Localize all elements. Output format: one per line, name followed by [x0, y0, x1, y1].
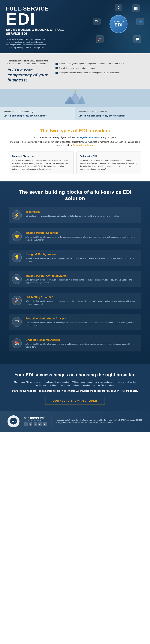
success-title: Your EDI success hinges on choosing the …: [12, 372, 138, 378]
proactive-monitoring-title: Proactive Monitoring & Analysis: [25, 317, 138, 320]
full-service-link[interactable]: full-service solution: [73, 144, 93, 146]
hero-subtitle: SEVEN BUILDING BLOCKS OF FULL-SERVICE ED…: [6, 28, 69, 36]
trading-partner-expertise-title: Trading Partner Expertise: [25, 231, 138, 234]
footer-logo-text: SPS: [10, 417, 17, 426]
core-right: Does EDI give your company a competitive…: [55, 60, 143, 76]
ongoing-resource-content: Ongoing Resource Access A full-service E…: [25, 338, 138, 348]
trading-partner-comm-icon: 📡: [12, 274, 22, 284]
trading-partner-expertise-content: Trading Partner Expertise A full-service…: [25, 231, 138, 242]
social-youtube[interactable]: ▶: [43, 422, 47, 426]
footer-brand-tagline: INFINITE RETAIL POWER™: [24, 420, 47, 421]
edi-center-badge: FULL-SERVICE EDI: [110, 15, 128, 33]
two-types-boxes: Managed EDI service A managed EDI servic…: [9, 152, 141, 174]
block-item-trading-partner-comm: 📡 Trading Partner Communication A full-s…: [9, 271, 141, 287]
proactive-monitoring-desc: A full-service EDI provider proactively …: [25, 322, 138, 327]
full-service-edi-title: Full-service EDI: [80, 155, 138, 158]
orbit-icon-rocket: 🚀: [96, 35, 104, 43]
block-item-proactive-monitoring: 🛡 Proactive Monitoring & Analysis A full…: [9, 314, 141, 330]
edi-testing-title: EDI Testing & Launch: [25, 296, 138, 299]
ongoing-resource-title: Ongoing Resource Access: [25, 338, 138, 342]
footer-description: Headquartered in Minneapolis with office…: [56, 419, 143, 424]
orbit-icon-people: 👥: [137, 18, 144, 25]
managed-edi-desc: A managed EDI service is a cloud-based s…: [12, 159, 70, 171]
success-section: Your EDI success hinges on choosing the …: [0, 364, 150, 411]
checklist-item-1: Does EDI give your company a competitive…: [55, 62, 143, 65]
hero-edi-label: EDI: [6, 12, 69, 26]
block-item-ongoing-resource: 📚 Ongoing Resource Access A full-service…: [9, 336, 141, 352]
full-service-edi-desc: A full-service EDI solution is a cloud-b…: [80, 159, 138, 171]
block-item-technology: ⚡ Technology EDI solutions offer a range…: [9, 207, 141, 223]
managed-edi-box: Managed EDI service A managed EDI servic…: [9, 152, 73, 174]
edi-testing-desc: A full-service EDI provider manages test…: [25, 300, 138, 306]
technology-content: Technology EDI solutions offer a range o…: [25, 210, 119, 218]
footer: SPS SPS COMMERCE INFINITE RETAIL POWER™ …: [0, 411, 150, 432]
trading-partner-expertise-icon: 🤝: [12, 231, 22, 241]
no-condition: If the answer to these questions "no,": [79, 110, 147, 113]
social-linkedin[interactable]: in: [34, 422, 37, 426]
full-service-edi-box: Full-service EDI A full-service EDI solu…: [77, 152, 141, 174]
trading-partner-comm-desc: A full-service EDI provider communicates…: [25, 278, 138, 284]
yes-conclusion: EDI is a core competency of your busines…: [4, 114, 71, 118]
checkbox-icon-1: [55, 63, 58, 65]
design-config-icon: 💡: [12, 253, 22, 262]
core-checklist: Does EDI give your company a competitive…: [55, 62, 143, 74]
checklist-item-3: Does your business want to focus on deve…: [55, 72, 143, 74]
orbit-icon-shield: 🛡: [93, 18, 101, 25]
block-item-edi-testing: 🚀 EDI Testing & Launch A full-service ED…: [9, 292, 141, 308]
hero-section: FULL-SERVICE EDI SEVEN BUILDING BLOCKS O…: [0, 0, 150, 53]
ongoing-resource-icon: 📚: [12, 338, 22, 348]
design-config-content: Design & Configuration A full-service ED…: [25, 253, 138, 263]
checklist-item-2: Does EDI improve your product or service…: [55, 67, 143, 70]
core-left: The first step in selecting an EDI solut…: [7, 60, 49, 83]
success-cta-text: Download our white paper to learn more a…: [12, 389, 138, 392]
download-white-paper-button[interactable]: DOWNLOAD THE WHITE PAPER: [45, 397, 105, 405]
social-twitter[interactable]: t: [29, 422, 32, 426]
checklist-text-2: Does EDI improve your product or service…: [59, 67, 96, 70]
footer-brand-name: SPS COMMERCE: [24, 417, 47, 420]
mountain-svg: [58, 90, 92, 107]
core-competency-section: The first step in selecting an EDI solut…: [0, 53, 150, 89]
footer-social: f t in g+ ▶: [24, 422, 47, 426]
seven-blocks-section: The seven building blocks of a full-serv…: [0, 182, 150, 364]
mountain-container: [0, 89, 150, 107]
hero-left: FULL-SERVICE EDI SEVEN BUILDING BLOCKS O…: [6, 6, 69, 49]
technology-desc: EDI solutions offer a range of technical…: [25, 215, 119, 218]
proactive-monitoring-content: Proactive Monitoring & Analysis A full-s…: [25, 317, 138, 327]
checklist-text-1: Does EDI give your company a competitive…: [59, 62, 124, 65]
no-conclusion: EDI is not a core competency of your bus…: [79, 114, 147, 118]
svg-text:SPS: SPS: [11, 420, 16, 422]
success-body-text: Managing an EDI function can be complex …: [12, 381, 138, 387]
technology-title: Technology: [25, 210, 119, 214]
managed-edi-link[interactable]: managed EDI services: [77, 136, 99, 138]
yesno-yes-box: If the answer to these questions is "yes…: [0, 107, 75, 120]
two-types-text-2: If EDI is not a core competency and you …: [9, 140, 141, 147]
design-config-title: Design & Configuration: [25, 253, 138, 256]
svg-marker-4: [75, 90, 77, 92]
yesno-no-box: If the answer to these questions "no," E…: [75, 107, 150, 120]
yes-condition: If the answer to these questions is "yes…: [4, 110, 71, 113]
orbit-icon-screen: 🖥: [115, 4, 122, 11]
edi-testing-icon: 🚀: [12, 296, 22, 305]
checkbox-icon-2: [55, 67, 58, 69]
design-config-desc: A full-service EDI provider designs and …: [25, 257, 138, 263]
proactive-monitoring-icon: 🛡: [12, 317, 22, 327]
managed-edi-title: Managed EDI service: [12, 155, 70, 158]
block-item-trading-partner-expertise: 🤝 Trading Partner Expertise A full-servi…: [9, 228, 141, 244]
block-item-design-config: 💡 Design & Configuration A full-service …: [9, 250, 141, 266]
trading-partner-expertise-desc: A full-service EDI provider has expertis…: [25, 236, 138, 242]
badge-main-label: EDI: [115, 22, 122, 27]
hero-description: On the surface, many EDI solutions sound…: [6, 38, 48, 49]
two-types-title: The two types of EDI providers: [9, 128, 141, 134]
yesno-section: If the answer to these questions is "yes…: [0, 107, 150, 120]
social-googleplus[interactable]: g+: [38, 422, 42, 426]
social-facebook[interactable]: f: [24, 422, 28, 426]
core-intro-text: The first step in selecting an EDI solut…: [7, 60, 49, 65]
two-types-section: The two types of EDI providers If EDI is…: [0, 120, 150, 182]
orbit-icon-chart: 📊: [132, 4, 140, 12]
trading-partner-comm-content: Trading Partner Communication A full-ser…: [25, 274, 138, 284]
trading-partner-comm-title: Trading Partner Communication: [25, 274, 138, 277]
core-question: Is EDI a core competency of your busines…: [7, 68, 49, 83]
orbit-icon-chat: 💬: [134, 35, 141, 43]
sps-logo-svg: SPS: [10, 417, 17, 425]
ongoing-resource-desc: A full-service EDI provider offers ongoi…: [25, 343, 138, 348]
